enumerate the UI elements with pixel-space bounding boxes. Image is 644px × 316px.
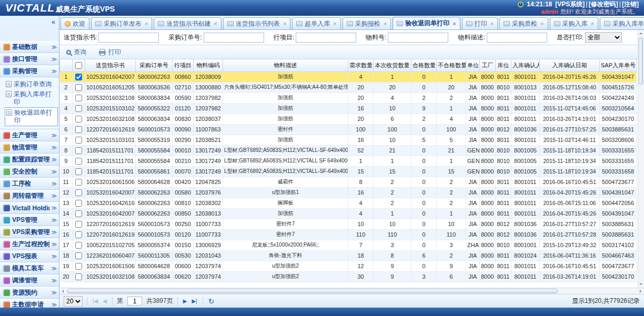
column-header-delivery-note[interactable]: 送货指示书 (85, 59, 136, 72)
table-row[interactable]: 510253201603210858000638340083012038037加… (60, 114, 637, 124)
table-row[interactable]: 310253201603210858000638340059012037982加… (60, 93, 637, 103)
sidebar-group-basic-data[interactable]: 基础数据≫ (0, 41, 59, 53)
column-header-plant[interactable]: 工厂 (480, 59, 496, 72)
close-icon[interactable]: × (283, 21, 286, 27)
tab-acceptance-return-print[interactable]: 验收退回单打印× (393, 17, 460, 29)
row-checkbox[interactable] (75, 116, 82, 123)
table-row[interactable]: 410253201510310258000553220112012037982加… (60, 103, 637, 114)
tab-purchase-receipt-print[interactable]: 采购入库单打印× (600, 17, 644, 29)
table-row[interactable]: 1011854201511170158000558610007013017249… (60, 166, 637, 177)
sidebar-group-master-data-request[interactable]: 主数据申请≫ (0, 299, 59, 308)
table-row[interactable]: 1812236201606040756000113050053012031043… (60, 250, 637, 261)
query-button[interactable]: 查询 (64, 47, 89, 58)
row-checkbox[interactable] (75, 189, 82, 196)
table-row[interactable]: 1512207201601261956000105730025011007733… (60, 219, 637, 229)
sidebar-group-resource-reservation[interactable]: 资源预约≫ (0, 287, 59, 299)
first-page-button[interactable]: |◀ (92, 298, 99, 304)
header-link-change-password[interactable]: [修改密码] (589, 1, 618, 8)
tab-print[interactable]: 打印× (462, 17, 498, 29)
sidebar-group-mold-tooling-cart[interactable]: 模具工装车≫ (0, 262, 59, 274)
column-header-storage-bin[interactable]: 库位 (496, 59, 511, 72)
scroll-right-icon[interactable] (638, 288, 644, 294)
sidebar-group-victall-holding[interactable]: Victall Holding≫ (0, 202, 59, 214)
row-checkbox[interactable] (75, 168, 82, 175)
close-icon[interactable]: × (490, 21, 494, 27)
column-header-unit[interactable]: 单位 (466, 59, 480, 72)
table-row[interactable]: 110253201604200758000622630086012038009加… (60, 72, 637, 82)
filter-input-line-item[interactable] (296, 33, 356, 43)
sidebar-group-config-tracking-mgmt[interactable]: 配置跟踪管理≫ (0, 154, 59, 166)
sidebar-group-process-inspection[interactable]: 工序检≫ (0, 178, 59, 190)
print-button[interactable]: 打印 (96, 47, 124, 58)
page-number-input[interactable] (127, 297, 142, 305)
sidebar-group-turnover-box-mgmt[interactable]: 周转箱管理≫ (0, 190, 59, 202)
row-checkbox[interactable] (75, 137, 82, 144)
row-checkbox[interactable] (75, 179, 82, 186)
table-row[interactable]: 1210253201604200758000622630058012037976… (60, 187, 637, 198)
column-header-unqualified-qty[interactable]: 不合格数量 (437, 59, 466, 72)
close-icon[interactable]: × (540, 21, 544, 27)
row-checkbox[interactable] (75, 105, 82, 112)
tab-delivery-note-create[interactable]: 送货指示书创建× (154, 17, 221, 29)
print-filter-select[interactable]: 全部 (585, 32, 622, 43)
sidebar-group-paint-mgmt[interactable]: 调漆管理≫ (0, 274, 59, 287)
sidebar-item-purchase-receipt-print[interactable]: 采购入库单打印 (5, 89, 58, 107)
filter-input-material-desc[interactable] (487, 33, 547, 43)
column-header-material-code[interactable]: 物料编码 (194, 59, 223, 72)
column-header-qualified-qty[interactable]: 合格数量 (411, 59, 437, 72)
tab-over-receipt[interactable]: 超单入库× (292, 17, 340, 29)
sidebar-group-vps-reports[interactable]: VPS报表≫ (0, 250, 59, 262)
filter-input-purchase-order-no[interactable] (204, 33, 264, 43)
header-link-logout[interactable]: [注销] (622, 1, 639, 8)
column-header-line-item[interactable]: 行项目 (173, 59, 194, 72)
tab-purchase-receipt[interactable]: 采购入库× (550, 17, 598, 29)
row-checkbox[interactable] (75, 126, 82, 133)
last-page-button[interactable]: ▶| (190, 298, 198, 304)
header-link-vps-system[interactable]: [VPS系统] (555, 1, 585, 8)
table-row[interactable]: 1310253201604261658000622630081012038302… (60, 198, 637, 208)
table-row[interactable]: 612207201601261956000105730009011007863密… (60, 124, 637, 135)
scroll-down-icon[interactable] (638, 281, 644, 288)
sidebar-item-acceptance-return-print[interactable]: 验收退回单打印 (5, 107, 58, 126)
row-checkbox[interactable] (75, 95, 82, 101)
prev-page-button[interactable]: ◀ (102, 298, 108, 304)
close-icon[interactable]: × (384, 21, 387, 27)
tab-purchase-inspection-report[interactable]: 采购报检× (343, 17, 391, 29)
scroll-up-icon[interactable] (638, 30, 644, 36)
row-checkbox[interactable] (75, 147, 82, 154)
filter-input-delivery-note[interactable] (98, 33, 159, 43)
table-row[interactable]: 1410253201604200758000622630085012038013… (60, 208, 637, 219)
table-row[interactable]: 811854201511170158000555840001013017249L… (60, 145, 637, 156)
row-checkbox[interactable] (75, 210, 82, 217)
tab-purchase-quality-check[interactable]: 采购质检× (499, 17, 548, 29)
table-row[interactable]: 1110253201606150658000646280042012047825… (60, 177, 637, 187)
tab-purchase-order-release[interactable]: 采购订单发布× (91, 17, 152, 29)
close-icon[interactable]: × (591, 21, 594, 27)
page-size-select[interactable]: 20 (64, 296, 83, 307)
table-row[interactable]: 1910253201606150658000646280060012037974… (60, 261, 637, 271)
sidebar-item-purchase-order-query[interactable]: 采购订单查询 (5, 79, 58, 89)
row-checkbox[interactable] (75, 242, 82, 249)
column-header-demand-qty[interactable]: 需求数量 (348, 59, 374, 72)
row-checkbox[interactable] (75, 221, 82, 228)
row-checkbox[interactable] (75, 273, 82, 280)
row-checkbox[interactable] (75, 158, 82, 165)
vertical-scrollbar[interactable] (638, 30, 644, 288)
select-all-checkbox[interactable] (75, 62, 82, 69)
sidebar-group-purchase-mgmt[interactable]: 采购管理≫ (0, 65, 59, 77)
table-row[interactable]: 2010253201603210858000638340062012037974… (60, 271, 637, 282)
close-icon[interactable]: × (145, 21, 148, 27)
row-checkbox[interactable] (75, 84, 82, 91)
table-row[interactable]: 911854201511170158000555840021013017249L… (60, 156, 637, 166)
sidebar-group-vps-purchase-mgmt[interactable]: VPS采购管理≫ (0, 226, 59, 238)
table-row[interactable]: 1710052201510270558000553740015013006929… (60, 240, 637, 250)
close-icon[interactable]: × (214, 21, 217, 27)
sidebar-group-logistics-mgmt[interactable]: 物流管理≫ (0, 141, 59, 154)
column-header-sap-receipt-no[interactable]: SAP入库单号 (600, 59, 637, 72)
horizontal-scrollbar[interactable] (59, 288, 644, 294)
row-checkbox[interactable] (75, 252, 82, 259)
scroll-left-icon[interactable] (59, 288, 66, 294)
vertical-scroll-thumb[interactable] (639, 37, 643, 85)
table-row[interactable]: 1612207201601261956000105730012011007733… (60, 229, 637, 240)
sidebar-collapse-button[interactable]: « (52, 18, 55, 26)
